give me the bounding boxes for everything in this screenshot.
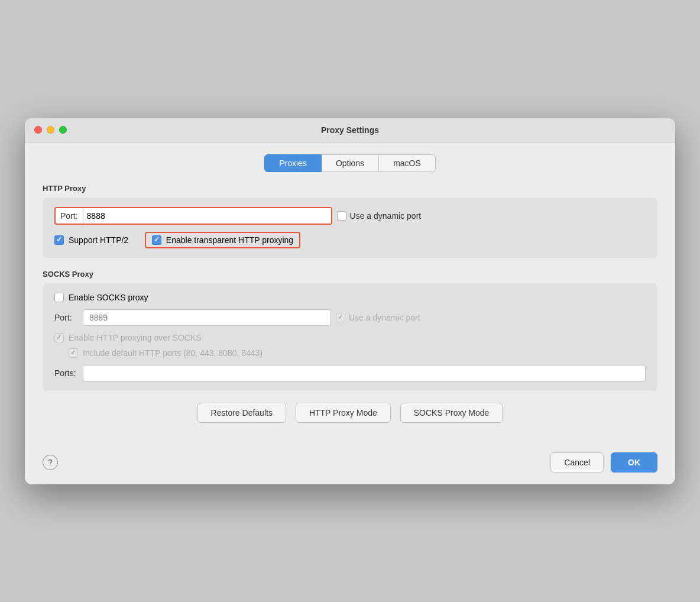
window-title: Proxy Settings [321, 125, 379, 135]
http-transparent-checkbox[interactable] [152, 235, 161, 245]
bottom-buttons: Restore Defaults HTTP Proxy Mode SOCKS P… [43, 403, 657, 423]
cancel-button[interactable]: Cancel [550, 452, 604, 472]
http-transparent-label: Enable transparent HTTP proxying [166, 235, 293, 245]
socks-ports-input[interactable] [83, 365, 646, 381]
http-transparent-wrapper: Enable transparent HTTP proxying [145, 232, 300, 248]
socks-enable-checkbox[interactable] [54, 293, 64, 302]
socks-http-over-socks-row: Enable HTTP proxying over SOCKS [54, 333, 646, 342]
help-button[interactable]: ? [43, 455, 58, 470]
maximize-button[interactable] [59, 126, 67, 134]
socks-dynamic-port-row: Use a dynamic port [336, 313, 420, 322]
http-port-input[interactable] [83, 208, 331, 224]
http-port-wrapper: Port: [54, 207, 332, 225]
socks-enable-row: Enable SOCKS proxy [54, 293, 646, 302]
http-port-label: Port: [56, 208, 83, 224]
http-proxy-panel: Port: Use a dynamic port Support HTTP/2 … [43, 198, 657, 258]
ok-button[interactable]: OK [611, 452, 657, 472]
socks-default-ports-row: Include default HTTP ports (80, 443, 808… [69, 348, 646, 358]
socks-http-over-socks-checkbox[interactable] [54, 333, 64, 342]
socks-ports-row: Ports: [54, 365, 646, 381]
http-dynamic-port-checkbox[interactable] [337, 211, 346, 221]
http-proxy-section-label: HTTP Proxy [43, 184, 657, 193]
socks-default-ports-checkbox[interactable] [69, 348, 78, 358]
footer: ? Cancel OK [25, 452, 675, 484]
socks-proxy-mode-button[interactable]: SOCKS Proxy Mode [400, 403, 503, 423]
restore-defaults-button[interactable]: Restore Defaults [197, 403, 286, 423]
http-port-row: Port: Use a dynamic port [54, 207, 646, 225]
socks-port-input[interactable] [83, 309, 331, 326]
titlebar: Proxy Settings [25, 118, 675, 143]
http-proxy-mode-button[interactable]: HTTP Proxy Mode [296, 403, 391, 423]
tab-macos[interactable]: macOS [379, 154, 436, 172]
http-dynamic-port-row: Use a dynamic port [337, 211, 422, 221]
socks-ports-label: Ports: [54, 368, 78, 378]
http-support-http2-checkbox[interactable] [54, 235, 64, 245]
tab-bar: Proxies Options macOS [43, 154, 657, 172]
socks-port-label: Port: [54, 313, 78, 322]
socks-dynamic-port-label: Use a dynamic port [349, 313, 420, 322]
footer-actions: Cancel OK [550, 452, 657, 472]
tab-proxies[interactable]: Proxies [264, 154, 322, 172]
socks-proxy-section-label: SOCKS Proxy [43, 270, 657, 279]
window-controls [34, 126, 67, 134]
socks-port-row: Port: Use a dynamic port [54, 309, 646, 326]
socks-proxy-panel: Enable SOCKS proxy Port: Use a dynamic p… [43, 283, 657, 391]
http-dynamic-port-label: Use a dynamic port [350, 211, 422, 221]
close-button[interactable] [34, 126, 42, 134]
tab-options[interactable]: Options [322, 154, 379, 172]
socks-dynamic-port-checkbox[interactable] [336, 313, 345, 322]
socks-http-over-socks-label: Enable HTTP proxying over SOCKS [69, 333, 202, 342]
socks-enable-label: Enable SOCKS proxy [69, 293, 148, 302]
http-support-http2-label: Support HTTP/2 [69, 235, 128, 245]
http-checkboxes-row: Support HTTP/2 Enable transparent HTTP p… [54, 232, 646, 248]
socks-default-ports-label: Include default HTTP ports (80, 443, 808… [83, 348, 262, 358]
minimize-button[interactable] [47, 126, 54, 134]
